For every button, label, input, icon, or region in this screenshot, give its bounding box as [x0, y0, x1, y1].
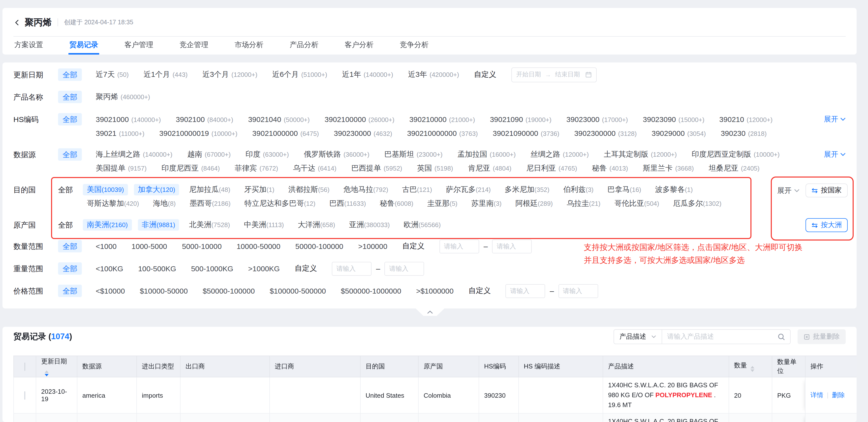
filter-option[interactable]: 中美洲(1113)	[244, 220, 284, 230]
filter-option[interactable]: 39021090(19000+)	[490, 115, 551, 124]
filter-option[interactable]: 39021000000(6475)	[252, 129, 319, 137]
filter-option[interactable]: 100-500KG	[138, 264, 176, 273]
filter-option[interactable]: 390210000019(10000+)	[159, 129, 237, 137]
filter-option[interactable]: 390210(12000+)	[719, 115, 773, 124]
batch-delete-button[interactable]: 批量删除	[798, 329, 846, 344]
filter-option[interactable]: 坦桑尼亚(2405)	[709, 164, 760, 173]
filter-option[interactable]: 亚洲(380033)	[349, 220, 390, 230]
filter-option[interactable]: 北美洲(7528)	[189, 220, 230, 230]
filter-option[interactable]: 俄罗斯铁路(36000+)	[304, 150, 370, 159]
filter-option[interactable]: 牙买加(1)	[244, 185, 275, 194]
collapse-filters-button[interactable]	[416, 309, 444, 316]
filter-option[interactable]: 墨西哥(2186)	[190, 199, 230, 208]
filter-option[interactable]: 39023090(15000+)	[643, 115, 704, 124]
filter-option[interactable]: 圭亚那(5)	[427, 199, 458, 208]
filter-option[interactable]: 多米尼加(352)	[505, 185, 550, 194]
filter-option[interactable]: <$10000	[96, 287, 125, 295]
filter-option[interactable]: 美国提单(9157)	[96, 164, 147, 173]
search-input[interactable]: 请输入产品描述	[662, 330, 790, 344]
filter-option[interactable]: 苏里南(3)	[471, 199, 502, 208]
sort-asc-caret[interactable]	[750, 366, 754, 368]
filter-option[interactable]: 3902100000(26000+)	[324, 115, 395, 124]
filter-option[interactable]: 印度尼西亚(8464)	[161, 164, 220, 173]
sort-desc-caret[interactable]	[44, 374, 49, 376]
filter-option[interactable]: 哥斯达黎加(420)	[87, 199, 139, 208]
filter-option-custom[interactable]: 自定义	[402, 241, 425, 251]
filter-option[interactable]: 丝绸之路(12000+)	[530, 150, 589, 159]
filter-option[interactable]: 印度(63000+)	[246, 150, 289, 159]
filter-option-all[interactable]: 全部	[58, 220, 73, 230]
tab-市场分析[interactable]: 市场分析	[234, 37, 265, 55]
filter-option-all[interactable]: 全部	[58, 113, 82, 126]
filter-option[interactable]: 500-1000KG	[191, 264, 233, 273]
filter-option[interactable]: 尼日利亚(4765)	[526, 164, 577, 173]
filter-option[interactable]: 390230000(4632)	[334, 129, 392, 137]
by-continent-button[interactable]: 按大洲	[806, 218, 848, 232]
filter-option[interactable]: 39029000(3054)	[651, 129, 706, 137]
filter-option[interactable]: 菲律宾(7672)	[235, 164, 278, 173]
filter-option[interactable]: 阿根廷(289)	[515, 199, 553, 208]
filter-option-all[interactable]: 全部	[58, 68, 82, 81]
range-max-input[interactable]: 请输入	[385, 262, 424, 275]
filter-option[interactable]: 乌干达(6414)	[293, 164, 336, 173]
filter-option[interactable]: 近1年(140000+)	[342, 70, 393, 79]
filter-option[interactable]: 秘鲁(4013)	[592, 164, 628, 173]
filter-option-all[interactable]: 全部	[58, 185, 73, 195]
filter-option[interactable]: 伯利兹(3)	[563, 185, 594, 194]
filter-option[interactable]: 390210000(21000+)	[409, 115, 475, 124]
filter-option-all[interactable]: 全部	[58, 91, 82, 103]
row-checkbox[interactable]	[24, 391, 25, 399]
tab-贸易记录[interactable]: 贸易记录	[68, 37, 99, 55]
filter-option[interactable]: 海地(8)	[153, 199, 176, 208]
filter-option-all[interactable]: 全部	[58, 285, 82, 297]
filter-option[interactable]: $100000-500000	[270, 287, 326, 295]
filter-option[interactable]: >100000	[358, 242, 388, 251]
delete-link[interactable]: 删除	[832, 391, 845, 399]
sort-desc-caret[interactable]	[750, 369, 754, 372]
filter-option[interactable]: 近6个月(51000+)	[272, 70, 328, 79]
filter-option[interactable]: $500000-1000000	[341, 287, 401, 295]
filter-option[interactable]: 危地马拉(792)	[343, 185, 389, 194]
filter-option[interactable]: 古巴(121)	[402, 185, 432, 194]
filter-option[interactable]: $10000-50000	[140, 287, 188, 295]
by-country-button[interactable]: 按国家	[806, 184, 848, 197]
expand-link[interactable]: 展开	[824, 150, 846, 159]
filter-option[interactable]: 聚丙烯(460000+)	[96, 92, 150, 102]
tab-客户分析[interactable]: 客户分析	[344, 37, 374, 55]
filter-option-all[interactable]: 全部	[58, 262, 82, 275]
search-field-select[interactable]: 产品描述	[614, 330, 662, 344]
range-max-input[interactable]: 请输入	[558, 284, 598, 298]
range-min-input[interactable]: 请输入	[506, 284, 545, 298]
filter-option[interactable]: 波多黎各(1)	[655, 185, 693, 194]
tab-客户管理[interactable]: 客户管理	[124, 37, 154, 55]
filter-option[interactable]: 巴西(11633)	[329, 199, 366, 208]
filter-option[interactable]: 5000-10000	[182, 242, 222, 251]
filter-option[interactable]: $50000-100000	[203, 287, 255, 295]
filter-option[interactable]: 39021090000(3736)	[493, 129, 559, 137]
back-icon[interactable]	[13, 19, 21, 26]
filter-option[interactable]: >$1000000	[416, 287, 454, 295]
filter-option[interactable]: 英国(5198)	[417, 164, 453, 173]
filter-option[interactable]: 39021040(50000+)	[248, 115, 310, 124]
filter-option[interactable]: 39023000(17000+)	[566, 115, 628, 124]
filter-option[interactable]: 肯尼亚(4804)	[468, 164, 512, 173]
filter-option[interactable]: 3902100(84000+)	[176, 115, 234, 124]
filter-option[interactable]: 巴拿马(16)	[607, 185, 641, 194]
filter-option-custom[interactable]: 自定义	[294, 264, 317, 273]
filter-option[interactable]: 美国(10039)	[83, 184, 128, 195]
filter-option[interactable]: 哥伦比亚(504)	[614, 199, 659, 208]
filter-option[interactable]: 50000-100000	[296, 242, 343, 251]
filter-option[interactable]: 土耳其定制版(12000+)	[603, 150, 677, 159]
filter-option[interactable]: 印度尼西亚定制版(10000+)	[692, 150, 780, 159]
filter-option-custom[interactable]: 自定义	[468, 286, 491, 296]
filter-option[interactable]: 秘鲁(6008)	[380, 199, 413, 208]
date-range-picker[interactable]: 开始日期→结束日期	[511, 67, 596, 82]
filter-option[interactable]: 390230(2818)	[721, 129, 767, 137]
tab-产品分析[interactable]: 产品分析	[289, 37, 319, 55]
filter-option[interactable]: 近1个月(443)	[144, 70, 187, 79]
tab-竞争分析[interactable]: 竞争分析	[399, 37, 430, 55]
range-max-input[interactable]: 请输入	[492, 239, 532, 253]
filter-option[interactable]: 海上丝绸之路(140000+)	[96, 150, 173, 159]
filter-option[interactable]: 南美洲(2160)	[83, 219, 132, 231]
expand-link[interactable]: 展开	[824, 115, 846, 124]
